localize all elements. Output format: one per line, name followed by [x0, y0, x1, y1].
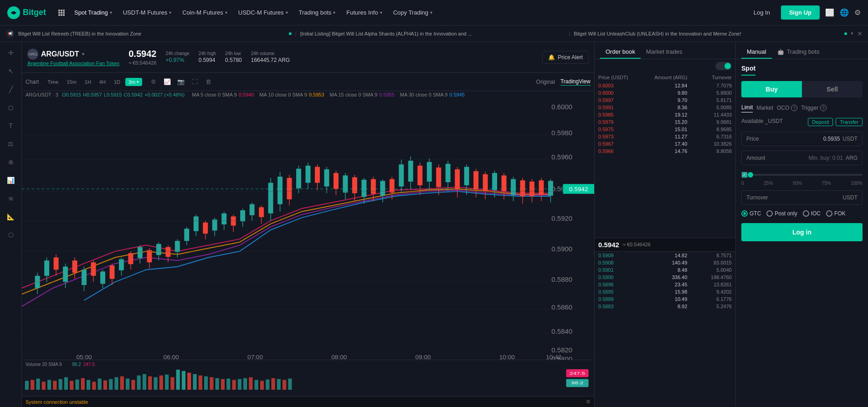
brand-logo[interactable]: Bitget: [7, 6, 46, 19]
sell-order-row[interactable]: 0.597915.209.0881: [595, 118, 735, 126]
settings-icon[interactable]: ⚙: [854, 8, 861, 17]
radio-ioc[interactable]: IOC: [803, 210, 821, 217]
radio-post-only[interactable]: Post only: [766, 210, 797, 217]
trigger-info-icon[interactable]: ?: [820, 105, 827, 111]
buy-order-row[interactable]: 0.5908140.4983.0015: [595, 259, 735, 266]
time-btn-1d[interactable]: 1D: [111, 78, 123, 86]
ob-sell-turnover: 5.8800: [687, 90, 732, 96]
amount-input-group[interactable]: Amount Min. buy: 0.01 ARG: [741, 151, 863, 165]
grid-menu-icon[interactable]: [55, 6, 68, 19]
nav-usdc-futures[interactable]: USDC-M Futures ▾: [234, 6, 293, 19]
sidebar-text-icon[interactable]: T: [4, 118, 18, 133]
view-tradingview-btn[interactable]: TradingView: [560, 78, 591, 86]
sell-order-row[interactable]: 0.598519.1211.4433: [595, 111, 735, 118]
order-type-market[interactable]: Market: [756, 103, 773, 112]
time-btn-4h[interactable]: 4H: [96, 78, 109, 86]
pair-description[interactable]: Argentine Football Association Fan Token: [27, 61, 119, 66]
ticker-close-icon[interactable]: ✕: [857, 30, 863, 37]
sidebar-zoom-icon[interactable]: ⊕: [4, 155, 18, 169]
nav-futures-info[interactable]: Futures Info ▾: [342, 6, 386, 19]
monitor-icon[interactable]: ⬜: [825, 8, 834, 17]
sidebar-crosshair-icon[interactable]: ✛: [4, 46, 18, 60]
order-type-limit[interactable]: Limit: [741, 103, 753, 112]
tab-manual[interactable]: Manual: [741, 46, 772, 59]
sell-button[interactable]: Sell: [802, 81, 863, 97]
tab-trading-bots[interactable]: 🤖 Trading bots: [772, 46, 825, 59]
time-btn-1h[interactable]: 1H: [82, 78, 94, 86]
buy-order-row[interactable]: 0.58838.925.2476: [595, 303, 735, 310]
nav-usdt-futures[interactable]: USDT-M Futures ▾: [118, 6, 176, 19]
sell-order-row[interactable]: 0.596614.768.8058: [595, 148, 735, 155]
slider-checkbox[interactable]: ✓: [741, 172, 748, 178]
chart-settings-icon[interactable]: ⚙: [148, 76, 159, 88]
sidebar-cursor-icon[interactable]: ↖: [4, 64, 18, 78]
tab-market-trades[interactable]: Market trades: [641, 46, 688, 59]
buy-order-row[interactable]: 0.59018.485.0040: [595, 266, 735, 274]
buy-order-row[interactable]: 0.5900336.40198.4760: [595, 274, 735, 281]
sidebar-line-icon[interactable]: ╱: [4, 82, 18, 97]
sidebar-ruler-icon[interactable]: 📐: [4, 209, 18, 224]
tab-order-book[interactable]: Order book: [600, 46, 641, 59]
buy-order-row[interactable]: 0.588910.496.1776: [595, 295, 735, 303]
sell-order-row[interactable]: 0.597515.018.9685: [595, 126, 735, 133]
buy-order-row[interactable]: 0.589515.989.4202: [595, 288, 735, 295]
buy-button[interactable]: Buy: [741, 81, 802, 97]
order-type-trigger[interactable]: Trigger: [801, 103, 818, 112]
sidebar-measure-icon[interactable]: ⚖: [4, 137, 18, 151]
time-btn-label[interactable]: Time: [44, 78, 62, 86]
sell-order-row[interactable]: 0.600312.847.7079: [595, 82, 735, 89]
sell-order-row[interactable]: 0.596717.4010.3826: [595, 140, 735, 148]
sell-order-row[interactable]: 0.59979.705.8171: [595, 97, 735, 104]
login-button[interactable]: Log In: [748, 6, 776, 19]
nav-coin-futures[interactable]: Coin-M Futures ▾: [178, 6, 232, 19]
nav-trading-bots[interactable]: Trading bots ▾: [294, 6, 340, 19]
ticker-item-3[interactable]: Bitget Will List UnleashClub (UNLEASH) i…: [574, 31, 839, 36]
nav-spot-trading[interactable]: Spot Trading ▾: [70, 6, 117, 19]
pair-chevron-icon[interactable]: ▾: [82, 51, 84, 56]
radio-fok[interactable]: FOK: [826, 210, 846, 217]
chart-camera-icon[interactable]: 📷: [175, 76, 187, 88]
ticker-item-2[interactable]: [Initial Listing] Bitget Will List Alpha…: [300, 31, 565, 36]
svg-rect-171: [131, 380, 135, 390]
turnover-input-group[interactable]: Turnover USDT: [741, 190, 863, 205]
time-btn-15m[interactable]: 15m: [63, 78, 79, 86]
login-to-trade-button[interactable]: Log in: [741, 223, 863, 241]
oco-info-icon[interactable]: ?: [791, 105, 797, 111]
svg-rect-184: [204, 376, 208, 390]
ticker-dropdown-icon[interactable]: ▾: [851, 31, 853, 36]
amount-slider[interactable]: [750, 174, 863, 176]
svg-rect-101: [390, 179, 395, 193]
stat-change-val: +0.97%: [165, 57, 189, 63]
view-original-btn[interactable]: Original: [536, 79, 555, 85]
language-icon[interactable]: 🌐: [840, 8, 849, 17]
sell-order-row[interactable]: 0.60009.805.8800: [595, 89, 735, 97]
order-type-oco[interactable]: OCO: [777, 103, 789, 112]
signup-button[interactable]: Sign Up: [781, 5, 820, 20]
chart-trash-icon[interactable]: 🗑: [202, 76, 214, 88]
transfer-button[interactable]: Transfer: [836, 118, 863, 126]
buy-order-row[interactable]: 0.590914.828.7571: [595, 252, 735, 259]
sidebar-shapes-icon[interactable]: ◻: [4, 100, 18, 115]
nav-copy-trading[interactable]: Copy Trading ▾: [389, 6, 437, 19]
deposit-button[interactable]: Deposit: [808, 118, 833, 126]
svg-rect-77: [277, 177, 282, 204]
chart-canvas[interactable]: 0.6000 0.5980 0.5960 0.5940 0.5920 0.590…: [22, 98, 594, 407]
orderbook-toggle[interactable]: [715, 62, 732, 70]
time-btn-3m[interactable]: 3m ▾: [125, 78, 142, 86]
chart-indicators-icon[interactable]: 📈: [161, 76, 173, 88]
sell-order-row[interactable]: 0.597311.276.7316: [595, 133, 735, 140]
price-input-group[interactable]: Price 0.5935 USDT: [741, 132, 863, 146]
sidebar-fib-icon[interactable]: ≋: [4, 191, 18, 206]
pair-symbol[interactable]: ARG/USDT: [41, 50, 79, 58]
chart-settings-gear[interactable]: ⚙: [586, 399, 591, 405]
sidebar-indicator-icon[interactable]: 📊: [4, 173, 18, 188]
radio-gtc[interactable]: GTC: [741, 210, 761, 217]
sidebar-magnet-icon[interactable]: ⬡: [4, 228, 18, 242]
buy-order-row[interactable]: 0.589623.4513.8261: [595, 281, 735, 288]
sell-order-row[interactable]: 0.59918.365.0085: [595, 104, 735, 111]
price-alert-button[interactable]: 🔔 Price Alert: [542, 51, 589, 64]
chart-fullscreen-icon[interactable]: ⛶: [189, 76, 200, 88]
ticker-item-1[interactable]: Bitget Will List Retreeb (TREEB) in the …: [18, 31, 283, 36]
connection-status: System connection unstable: [26, 399, 88, 405]
ob-sell-turnover: 8.9685: [687, 127, 732, 132]
